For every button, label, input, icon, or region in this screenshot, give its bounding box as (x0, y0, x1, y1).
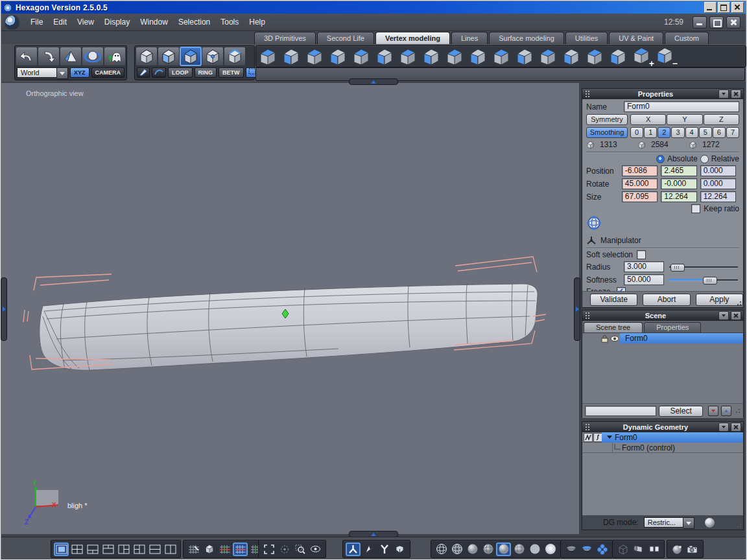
app-maximize-icon[interactable] (709, 16, 724, 29)
panel-close-icon[interactable] (731, 311, 741, 320)
betw-button[interactable]: BETW (219, 67, 244, 78)
dg-row-form0-control[interactable]: Form0 (control) (582, 443, 743, 453)
smoothing-level-5[interactable]: 5 (699, 127, 712, 138)
vm-tool-icon-15[interactable] (584, 47, 608, 66)
grid-xy-icon[interactable] (233, 543, 247, 555)
tab-utilities[interactable]: Utilities (565, 32, 608, 44)
dg-mode-dropdown-icon[interactable] (683, 517, 694, 529)
size-y-field[interactable]: 12.264 (661, 191, 696, 202)
menu-display[interactable]: Display (99, 15, 135, 29)
loop-button[interactable]: LOOP (168, 67, 193, 78)
vm-tool-icon-11[interactable] (491, 47, 514, 66)
dg-mode-selector[interactable]: Restric... (644, 517, 694, 528)
select-point-cube-icon[interactable] (202, 47, 223, 65)
smoothing-level-3[interactable]: 3 (671, 127, 684, 138)
flat-shaded-sphere-icon[interactable] (466, 543, 479, 555)
smoothing-level-2[interactable]: 2 (658, 127, 670, 138)
material-sphere-icon[interactable] (670, 543, 684, 555)
rotate-manipulator-icon[interactable] (377, 543, 391, 555)
fit-selection-icon[interactable] (278, 543, 291, 555)
half-sphere-icon[interactable] (564, 543, 578, 555)
panel-close-icon[interactable] (731, 89, 741, 99)
vm-tool-icon-9[interactable] (444, 47, 468, 66)
panel-drag-grip[interactable] (585, 90, 590, 98)
half-sphere-blue-icon[interactable] (580, 543, 593, 555)
look-at-eye-icon[interactable] (309, 543, 322, 555)
camera-button[interactable]: CAMERA (91, 67, 125, 78)
grid-edit-icon[interactable] (187, 543, 200, 555)
symmetry-button[interactable]: Symmetry (586, 114, 628, 125)
panel-resize-grip[interactable] (737, 523, 742, 528)
layout-columns-icon[interactable] (163, 543, 177, 555)
panel-drag-grip[interactable] (585, 423, 590, 431)
vm-tool-icon-3[interactable] (304, 47, 327, 66)
tab-scene-tree[interactable]: Scene tree (584, 322, 643, 332)
smoothing-level-1[interactable]: 1 (644, 127, 657, 138)
tab-second-life[interactable]: Second Life (317, 32, 374, 44)
dg-row-form0[interactable]: Form0 (582, 432, 743, 443)
scene-search-input[interactable] (585, 406, 656, 416)
menu-help[interactable]: Help (244, 15, 270, 29)
select-face-cube-icon[interactable] (158, 47, 179, 65)
two-panels-icon[interactable] (647, 543, 661, 555)
vm-tool-icon-13[interactable] (538, 47, 561, 66)
symmetry-x-button[interactable]: X (630, 114, 666, 125)
vm-tool-icon-7[interactable] (397, 47, 421, 66)
keep-ratio-checkbox[interactable] (691, 204, 700, 213)
tab-3d-primitives[interactable]: 3D Primitives (254, 32, 316, 44)
menu-edit[interactable]: Edit (48, 15, 72, 29)
relative-radio[interactable] (700, 155, 709, 163)
soft-selection-checkbox[interactable] (637, 250, 646, 259)
smoothing-level-6[interactable]: 6 (713, 127, 726, 138)
camera-icon[interactable] (686, 543, 700, 555)
tab-surface-modeling[interactable]: Surface modeling (489, 32, 564, 44)
viewport-3d[interactable]: Orthographic view (1, 83, 579, 534)
vm-tool-icon-12[interactable] (514, 47, 538, 66)
move-down-icon[interactable] (708, 406, 718, 416)
fit-view-icon[interactable] (262, 543, 276, 555)
hidden-line-sphere-icon[interactable] (450, 543, 464, 555)
layout-left-split-icon[interactable] (117, 543, 130, 555)
zoom-region-icon[interactable] (293, 543, 307, 555)
vm-tool-icon-5[interactable] (351, 47, 374, 66)
redo-icon[interactable] (38, 47, 59, 65)
menu-tools[interactable]: Tools (215, 15, 244, 29)
radius-field[interactable]: 3.000 (624, 261, 664, 272)
matte-sphere-icon[interactable] (528, 543, 541, 555)
vm-tool-icon-6[interactable] (374, 47, 397, 66)
window-titlebar[interactable]: Hexagon Version 2.5.0.5 (1, 1, 746, 14)
hollow-cylinder-icon[interactable] (632, 543, 645, 555)
smoothing-level-0[interactable]: 0 (630, 127, 643, 138)
symmetry-z-button[interactable]: Z (704, 114, 739, 125)
position-z-field[interactable]: 0.000 (700, 165, 736, 176)
world-selector[interactable]: World (17, 67, 68, 78)
vm-tool-icon-16[interactable] (608, 47, 631, 66)
dg-item-form0[interactable]: Form0 (602, 432, 743, 443)
name-field[interactable]: Form0 (624, 101, 739, 112)
visibility-eye-icon[interactable] (610, 334, 619, 343)
gravity-sphere-icon[interactable] (586, 215, 602, 231)
cone-icon[interactable] (60, 47, 81, 65)
scene-tree-row-form0[interactable]: Form0 (582, 333, 743, 344)
scene-tree-list[interactable]: Form0 (582, 333, 743, 403)
menu-view[interactable]: View (72, 15, 99, 29)
left-panel-collapse-handle[interactable] (1, 277, 7, 341)
panel-drag-grip[interactable] (585, 312, 590, 320)
glow-sphere-icon[interactable] (543, 543, 557, 555)
wireframe-sphere-icon[interactable] (434, 543, 448, 555)
select-object-cube-icon[interactable] (136, 47, 157, 65)
ghost-icon[interactable] (104, 47, 125, 65)
tab-vertex-modeling[interactable]: Vertex modeling (375, 32, 450, 44)
minimize-icon[interactable] (704, 2, 717, 13)
smoothing-level-4[interactable]: 4 (685, 127, 698, 138)
menu-selection[interactable]: Selection (173, 15, 215, 29)
panel-close-icon[interactable] (731, 423, 741, 432)
flat-wire-sphere-icon[interactable] (481, 543, 495, 555)
apply-button[interactable]: Apply (696, 294, 743, 306)
smoothing-level-7[interactable]: 7 (726, 127, 739, 138)
lock-icon[interactable] (600, 334, 609, 343)
tab-uv-paint[interactable]: UV & Paint (609, 32, 663, 44)
smoothing-button[interactable]: Smoothing (586, 127, 628, 138)
sphere-ring-icon[interactable] (82, 47, 103, 65)
grid-xz-icon[interactable] (218, 543, 231, 555)
